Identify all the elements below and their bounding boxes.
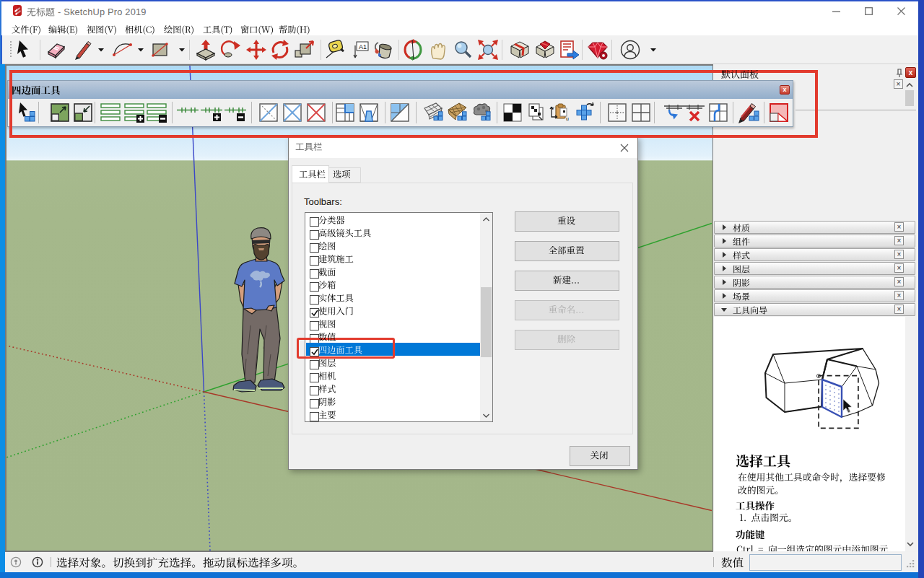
svg-text:A1: A1 bbox=[359, 43, 367, 51]
